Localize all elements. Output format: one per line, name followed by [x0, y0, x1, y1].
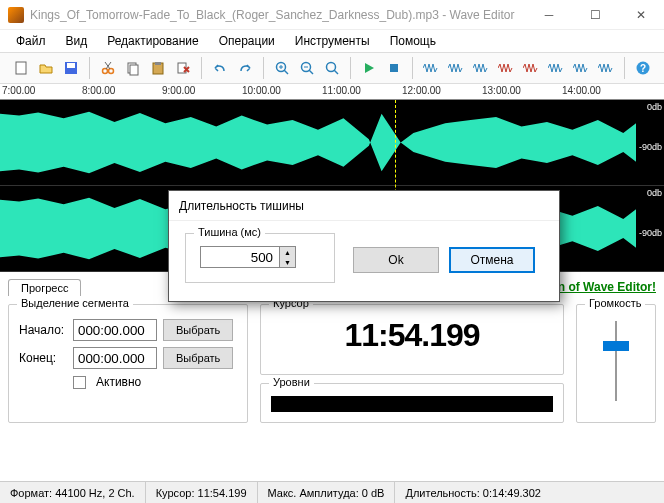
- dialog-title: Длительность тишины: [169, 191, 559, 221]
- redo-icon[interactable]: [234, 57, 256, 79]
- spin-down-icon[interactable]: ▼: [280, 257, 295, 267]
- menu-help[interactable]: Помощь: [382, 32, 444, 50]
- cursor-time: 11:54.199: [271, 317, 553, 354]
- tab-progress[interactable]: Прогресс: [8, 279, 81, 296]
- end-input[interactable]: [73, 347, 157, 369]
- effect5-icon[interactable]: [520, 57, 542, 79]
- menu-tools[interactable]: Инструменты: [287, 32, 378, 50]
- play-icon[interactable]: [358, 57, 380, 79]
- svg-point-4: [109, 69, 114, 74]
- active-label: Активно: [96, 375, 141, 389]
- zoom-fit-icon[interactable]: [321, 57, 343, 79]
- select-end-button[interactable]: Выбрать: [163, 347, 233, 369]
- svg-point-3: [103, 69, 108, 74]
- segment-panel: Выделение сегмента Начало: Выбрать Конец…: [8, 304, 248, 423]
- volume-panel: Громкость: [576, 304, 656, 423]
- effect1-icon[interactable]: [420, 57, 442, 79]
- effect4-icon[interactable]: [495, 57, 517, 79]
- toolbar: ?: [0, 52, 664, 84]
- menubar: Файл Вид Редактирование Операции Инструм…: [0, 30, 664, 52]
- effect6-icon[interactable]: [545, 57, 567, 79]
- start-label: Начало:: [19, 323, 67, 337]
- level-meter: [271, 396, 553, 412]
- close-button[interactable]: ✕: [618, 0, 664, 30]
- stop-icon[interactable]: [383, 57, 405, 79]
- status-duration: Длительность: 0:14:49.302: [395, 482, 551, 503]
- zoom-in-icon[interactable]: [271, 57, 293, 79]
- start-input[interactable]: [73, 319, 157, 341]
- titlebar: Kings_Of_Tomorrow-Fade_To_Black_(Roger_S…: [0, 0, 664, 30]
- zoom-out-icon[interactable]: [296, 57, 318, 79]
- status-cursor: Курсор: 11:54.199: [146, 482, 258, 503]
- status-amp: Макс. Амплитуда: 0 dB: [258, 482, 396, 503]
- menu-ops[interactable]: Операции: [211, 32, 283, 50]
- silence-dialog: Длительность тишины Тишина (мс) ▲ ▼ Ok О…: [168, 190, 560, 302]
- svg-rect-2: [67, 63, 75, 68]
- active-checkbox[interactable]: [73, 376, 86, 389]
- svg-text:?: ?: [640, 63, 646, 74]
- app-icon: [8, 7, 24, 23]
- effect8-icon[interactable]: [595, 57, 617, 79]
- end-label: Конец:: [19, 351, 67, 365]
- svg-rect-6: [130, 65, 138, 75]
- svg-rect-0: [16, 62, 26, 74]
- spin-up-icon[interactable]: ▲: [280, 247, 295, 257]
- status-bar: Формат: 44100 Hz, 2 Ch. Курсор: 11:54.19…: [0, 481, 664, 503]
- menu-file[interactable]: Файл: [8, 32, 54, 50]
- channel-left: 0db-90db: [0, 100, 664, 186]
- window-title: Kings_Of_Tomorrow-Fade_To_Black_(Roger_S…: [30, 8, 526, 22]
- cut-icon[interactable]: [97, 57, 119, 79]
- undo-icon[interactable]: [209, 57, 231, 79]
- select-start-button[interactable]: Выбрать: [163, 319, 233, 341]
- svg-rect-8: [155, 62, 161, 65]
- effect7-icon[interactable]: [570, 57, 592, 79]
- menu-view[interactable]: Вид: [58, 32, 96, 50]
- minimize-button[interactable]: ─: [526, 0, 572, 30]
- cursor-panel: Курсор 11:54.199: [260, 304, 564, 375]
- delete-icon[interactable]: [172, 57, 194, 79]
- levels-panel: Уровни: [260, 383, 564, 423]
- svg-rect-13: [390, 64, 398, 72]
- effect3-icon[interactable]: [470, 57, 492, 79]
- save-icon[interactable]: [60, 57, 82, 79]
- time-ruler[interactable]: 7:00.00 8:00.00 9:00.00 10:00.00 11:00.0…: [0, 84, 664, 100]
- effect2-icon[interactable]: [445, 57, 467, 79]
- paste-icon[interactable]: [147, 57, 169, 79]
- menu-edit[interactable]: Редактирование: [99, 32, 206, 50]
- open-icon[interactable]: [35, 57, 57, 79]
- copy-icon[interactable]: [122, 57, 144, 79]
- ok-button[interactable]: Ok: [353, 247, 439, 273]
- volume-slider[interactable]: [606, 321, 626, 401]
- status-format: Формат: 44100 Hz, 2 Ch.: [0, 482, 146, 503]
- help-icon[interactable]: ?: [632, 57, 654, 79]
- maximize-button[interactable]: ☐: [572, 0, 618, 30]
- cancel-button[interactable]: Отмена: [449, 247, 535, 273]
- silence-ms-input[interactable]: [200, 246, 280, 268]
- new-icon[interactable]: [10, 57, 32, 79]
